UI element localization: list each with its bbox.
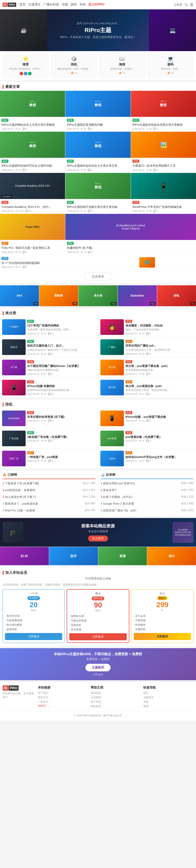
nav-logo[interactable]: Ri PRO — [3, 3, 16, 7]
hot-item-right-2[interactable]: 2更多好用了 浏览:2,450 — [101, 487, 194, 494]
gallery-item-2[interactable]: 技术 — [49, 547, 98, 565]
footer-brand-desc: WordPress主题，专为博客设计 — [3, 692, 34, 699]
footer-col-2-item-2[interactable]: 会员规则 — [91, 695, 141, 699]
article-thumb-3: RiPro 教程 — [131, 91, 196, 117]
gallery-item-1[interactable]: ELIO — [0, 547, 49, 565]
member-btn-monthly[interactable]: 立即购买 — [5, 633, 62, 640]
photo-strip-category[interactable]: 来分类 +11 — [78, 285, 117, 306]
article-title-10: Folio Pro - 响应式主题一款好用的工具 — [2, 246, 63, 250]
article-cat-3: 教程 — [133, 119, 139, 122]
promo-button[interactable]: 加入研究 — [88, 535, 108, 541]
footer-col-3-item-3[interactable]: 专辑 — [143, 700, 193, 704]
articles-grid-2: Complete Academy 2019 4.0+ Complete 资源 C… — [0, 173, 196, 214]
nav-menu-icon[interactable]: ☰ — [190, 3, 193, 7]
footer-promo-button[interactable]: 主题购买 — [85, 664, 111, 671]
footer-col-2-item-3[interactable]: 用户协议 — [91, 700, 141, 704]
article-cat-4: 教程 — [2, 160, 8, 163]
footer-col-2-item-4[interactable]: 隐私政策 — [91, 705, 141, 708]
subcat-item-8[interactable]: 来分类 设计 来分类，psd资源合集（pdf） 精美的界面设计资源，包含多种风格… — [98, 378, 196, 398]
subcat-item-7[interactable]: 📱 资源 iPhone拍摄 有趣特效 使用iPhone拍摄的各种特效教程合集..… — [0, 378, 98, 398]
footer-col-1-item-1[interactable]: 关于我们 — [38, 691, 88, 695]
member-period-monthly: 一个月 — [5, 592, 62, 595]
subcat-item-5[interactable]: AI下载 资源 AI下载应用完整广播站Sticker【全变量】 AI格式的各类矢… — [0, 358, 98, 377]
article-card-6[interactable]: 🖼️ 资源 大图展示一款非常好用的图片工具 2020-06-10👁 30💬 4 — [131, 132, 196, 173]
member-btn-quarterly[interactable]: 立即购买 — [69, 633, 127, 640]
article-cat-6: 资源 — [133, 160, 139, 163]
hot-item-right-5[interactable]: 5优质资源广播站 Rip（pdf） 浏览:1,650 — [101, 507, 194, 514]
article-card-8[interactable]: RiPro 教程 教程 RiPro主题投稿可选购文章分类文章功能 2020-06… — [65, 173, 131, 214]
footer-col-3-item-1[interactable]: 首页 — [143, 691, 193, 695]
quick-link-source[interactable]: 💻 源码 持续发布！来看！ 🔥 13 — [147, 54, 194, 78]
article-meta-3: 2020-06-10👁 10💬 2 — [133, 128, 194, 130]
subcat-item-4[interactable]: 广播站 设计 非常好用的广播站 pdf... 大力推荐这款设计工具，使用简单方便… — [98, 337, 196, 357]
gallery-item-4[interactable]: 设计 — [147, 547, 196, 565]
quick-link-random[interactable]: 🎲 排机 随机推送好的！结果，快来看！ 🔥 13 — [51, 54, 97, 78]
article-meta-4: 2020-06-10👁 19💬 2 — [2, 169, 63, 172]
random-item-6[interactable]: Adobe 设计 如何在Adobe中导出png文件（全变量） 2020-06-1… — [98, 448, 196, 468]
article-meta-5: 2020-06-10👁 22💬 3 — [67, 169, 129, 172]
random-item-2[interactable]: 📱 资源 iPhone拍摄，psd资源下载合集 2020-06-14👁 42💬 … — [98, 408, 196, 428]
footer-col-2-item-1[interactable]: 购买须知 — [91, 691, 141, 695]
nav-item-home[interactable]: 首页 — [19, 2, 26, 7]
hot-item-left-5[interactable]: 5iPad Pro 12键 一起看看 积分:765 — [3, 507, 95, 514]
quick-link-poster[interactable]: 📖 海报 精美的排版，来感受！ 🔥 13 — [99, 54, 145, 78]
promo-banner[interactable]: 🎓 ILLINOIS INSTITUTE OF TECHNOLOGY 探索本站精… — [0, 518, 196, 547]
nav-item-join[interactable]: 加入RiPRO — [88, 2, 105, 7]
article-card-7[interactable]: Complete Academy 2019 4.0+ Complete 资源 C… — [0, 173, 65, 214]
footer-col-3-item-2[interactable]: 主题博文 — [143, 695, 193, 699]
footer-col-1-item-4[interactable]: RiPRO → — [38, 705, 88, 707]
member-card-lifetime: 永久 最超值 299 元 · 永久会员· 不限资源· 终身服务· 专属特权 立即… — [132, 589, 193, 643]
photo-strip-embedded[interactable]: Embedded +11 — [118, 285, 157, 306]
footer-cols: 本站链接 关于我们 联系方式 广告合作 RiPRO → 帮助文档 购买须知 会员… — [38, 685, 193, 709]
quick-link-poster-title: 海报 — [102, 62, 143, 67]
photo-strip-icon[interactable]: 图标库 +9 — [39, 285, 78, 306]
random-thumb-6: Adobe — [100, 451, 124, 466]
random-item-5[interactable]: 创意广告 设计 一种创意广告 - psd资源 2020-06-12👁 55💬 8 — [0, 448, 98, 468]
photo-strip-random[interactable]: 排机 +1 — [157, 285, 196, 306]
hot-item-right-1[interactable]: 1很多好用的 psd 资源可以 浏览:3,996 — [101, 480, 194, 487]
footer-col-1-item-2[interactable]: 联系方式 — [38, 695, 88, 699]
article-card-1[interactable]: RiPro 教程 教程 RiPro主题的网站自定义文章分类文章教程 2020-0… — [0, 91, 65, 131]
article-card-12[interactable]: 资源 在 I7 可以找到你的国际版国际 2020-06-10👁 11💬 1 🌐 — [0, 255, 196, 270]
quick-link-recommend-title: 推荐 — [5, 62, 47, 67]
article-card-3[interactable]: RiPro 教程 教程 RiPro主题如何初始化页面分类文章教程 2020-06… — [131, 91, 196, 131]
nav-right: 上会员 🔍 ☰ — [173, 2, 193, 7]
more-articles-button[interactable]: 点击更多 — [84, 273, 112, 281]
random-item-1[interactable]: Embedded 资源 非常好看的各类资源 [先下载] 2020-06-15👁 … — [0, 408, 98, 428]
member-features-quarterly: · 每季积分90· 可换全部资源· 高级特权· 优先客服 — [69, 614, 127, 632]
nav-item-topic[interactable]: 话题 — [62, 2, 68, 7]
footer-col-1-item-3[interactable]: 广告合作 — [38, 700, 88, 704]
hot-item-left-4[interactable]: 4看看更多了，psd资源合集 积分:980 — [3, 500, 95, 507]
hot-item-left-3[interactable]: 3加入来源分类 [先下载了] 积分:1,290 — [3, 494, 95, 500]
hot-item-right-4[interactable]: 4Google Pixel 2 展示来看 浏览:1,890 — [101, 500, 194, 507]
hot-item-right-3[interactable]: 3好看了的图标（全可以） 浏览:2,120 — [101, 494, 194, 500]
member-btn-lifetime[interactable]: 立即购买 — [134, 633, 191, 640]
nav-vip-link[interactable]: 上会员 — [173, 3, 182, 6]
nav-item-broadcast[interactable]: 广播站利器 — [44, 2, 59, 7]
random-item-4[interactable]: psd资源 资源 psd资源合集（先免费下载） 2020-06-13👁 31💬 … — [98, 429, 196, 448]
random-item-3[interactable]: 广告合集 教程 2款创意广告合集（先免费下载） 2020-06-13👁 18💬 … — [0, 429, 98, 448]
nav-search-icon[interactable]: 🔍 — [184, 2, 189, 7]
subcat-item-3[interactable]: 响应式 教程 响应式主题快速入门，这大... 从网站开始非常了解如何写一个响应式… — [0, 337, 98, 357]
article-thumb-11: Embedded and LinkedSmart Objects — [65, 214, 196, 240]
article-card-11-large[interactable]: Embedded and LinkedSmart Objects 教程 有趣的软… — [65, 214, 196, 254]
article-card-5[interactable]: RiPro 教程 教程 RiPro主题插件如何自定义文章分类文章 2020-06… — [65, 132, 131, 173]
article-card-9[interactable]: 📱 资源 WordPress 中常见的广告插件精编合集 2020-06-10👁 … — [131, 173, 196, 214]
footer-col-3-item-4[interactable]: 资源 — [143, 705, 193, 708]
hot-item-left-1[interactable]: 1下载更多了的 [先免费下载] 积分:1,390 — [3, 480, 95, 487]
photo-strip-ppt[interactable]: PPT +3 — [0, 285, 39, 306]
nav-item-source[interactable]: 源码 — [71, 2, 77, 7]
subcat-item-2[interactable]: 👩 资源 来自哪里：对话精彩，付出的 描述一下这款资源非常好用的... 2020… — [98, 317, 196, 337]
gallery-item-3[interactable]: 资源 — [98, 547, 147, 565]
article-card-10[interactable]: Folio PRO 设计 Folio Pro - 响应式主题一款好用的工具 20… — [0, 214, 65, 254]
article-card-2[interactable]: RiPro 教程 教程 RiPro主题固定置顶教程详解 2020-06-10👁 … — [65, 91, 131, 131]
hot-item-left-2[interactable]: 2psd资源合集，来看看吧 积分:1,321 — [3, 487, 95, 494]
subcat-item-1[interactable]: 广告插件 教程 12个常用广告插件的网站 在这里看一看常用的各类博客...经典.… — [0, 317, 98, 337]
article-title-5: RiPro主题插件如何自定义文章分类文章 — [67, 164, 129, 168]
quick-link-recommend[interactable]: ⭐ 推荐 经过精心筛选的内容，非常好！ — [3, 54, 49, 78]
subcat-thumb-7: 📱 — [2, 380, 26, 395]
nav-item-blog[interactable]: 主题博文 — [28, 2, 41, 7]
article-card-4[interactable]: RiPro 教程 教程 RiPro主题插件的如何写自定义插件功能 2020-06… — [0, 132, 65, 173]
nav-item-album[interactable]: 专辑 — [79, 2, 86, 7]
subcat-item-6[interactable]: 来分类 资源 来分类，psd资源下载合集（pdf） 超高质量的psd模板合集..… — [98, 358, 196, 377]
